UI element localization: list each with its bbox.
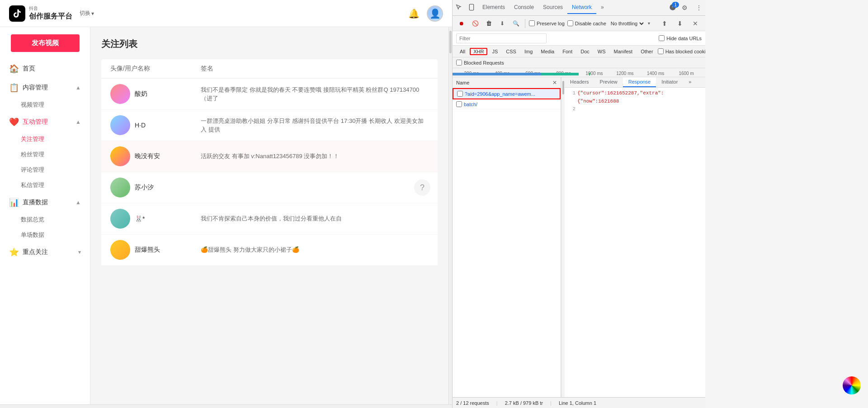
close-col-btn[interactable]: ✕ [552,80,557,86]
user-avatar-2 [110,115,130,135]
filter-tab-all[interactable]: All [456,48,469,55]
tab-console[interactable]: Console [509,1,538,14]
sign-cell-5: 我们不肯探索自己本身的价值，我们过分看重他人在自 [201,214,429,223]
switch-btn[interactable]: 切换 ▾ [80,9,94,17]
notification-bell[interactable]: 🔔 [408,8,420,19]
h-scrollbar[interactable] [0,404,452,408]
request-list-header: Name ✕ [453,77,561,88]
table-row[interactable]: 🐰* 我们不肯探索自己本身的价值，我们过分看重他人在自 [101,203,438,234]
filter-tab-font[interactable]: Font [559,48,576,55]
sidebar-item-follow[interactable]: 关注管理 [0,131,90,147]
json-line-1: 1 {"cursor":1621652287,"extra":{"now":16… [566,89,703,105]
settings-btn[interactable]: ⚙ [678,1,691,14]
user-cell: 晚没有安 [110,146,201,166]
filter-tabs: All XHR JS CSS Img Media Font Doc WS Man… [453,46,705,57]
disable-cache-checkbox[interactable] [567,20,573,26]
table-row[interactable]: 晚没有安 活跃的交友 有事加 v:Nanatt123456789 没事勿加！！ [101,141,438,172]
filter-input[interactable] [456,33,547,43]
detail-tab-response[interactable]: Response [623,77,656,87]
throttle-select[interactable]: No throttling [609,20,645,27]
user-cell: 酸奶 [110,84,201,104]
hide-data-label[interactable]: Hide data URLs [659,35,702,41]
table-row[interactable]: 苏小汐 ? [101,172,438,203]
status-size: 2.7 kB / 979 kB tr [505,400,543,406]
import-button[interactable]: ⬆ [658,17,671,30]
devtools-top-bar: Elements Console Sources Network » 1 ⚙ ⋮ [453,0,705,16]
question-icon[interactable]: ? [414,179,430,196]
tab-elements[interactable]: Elements [478,1,509,14]
blocked-requests-checkbox[interactable] [456,60,462,66]
color-circle [843,376,861,394]
sidebar-item-content[interactable]: 📋 内容管理 ▲ [0,78,90,97]
filter-tab-doc[interactable]: Doc [577,48,593,55]
filter-tab-other[interactable]: Other [637,48,657,55]
request-checkbox-2[interactable] [456,101,462,107]
request-item-2[interactable]: batch/ [453,99,561,109]
filter-tab-css[interactable]: CSS [502,48,520,55]
record-button[interactable]: ⏺ [456,18,467,29]
filter-tab-manifest[interactable]: Manifest [610,48,637,55]
focus-icon: ⭐ [9,247,19,257]
sidebar-item-home[interactable]: 🏠 首页 [0,59,90,78]
table-row[interactable]: 甜爆熊头 🍊甜爆熊头 努力做大家只的小裙子🍊 [101,234,438,266]
filter-button[interactable]: ⬇ [497,18,508,29]
timeline-bar-teal [541,73,579,75]
request-checkbox-1[interactable] [457,91,463,97]
sidebar-item-single-data[interactable]: 单场数据 [0,227,90,243]
sidebar-item-live[interactable]: 📊 直播数据 ▲ [0,193,90,212]
user-name-5: 🐰* [135,215,145,222]
sidebar-item-interact[interactable]: ❤️ 互动管理 ▲ [0,113,90,131]
content-scrollbar[interactable] [448,27,452,404]
user-cell: 甜爆熊头 [110,240,201,260]
filter-tab-media[interactable]: Media [537,48,558,55]
tab-sources[interactable]: Sources [538,1,567,14]
publish-video-button[interactable]: 发布视频 [11,34,80,52]
stop-button[interactable]: 🚫 [470,18,481,29]
user-avatar[interactable]: 👤 [427,5,443,22]
filter-tab-ws[interactable]: WS [594,48,609,55]
clear-icon[interactable]: ✕ [689,17,702,30]
device-icon[interactable] [465,1,478,15]
sidebar-item-focus[interactable]: ⭐ 重点关注 ▾ [0,243,90,262]
page-title: 关注列表 [101,38,438,50]
clear-button[interactable]: 🗑 [483,18,494,29]
blocked-row: Blocked Requests [453,57,705,68]
inspect-icon[interactable] [453,1,465,15]
request-item-1[interactable]: ?aid=2906&app_name=awem... [453,88,561,99]
sidebar-item-comment[interactable]: 评论管理 [0,162,90,178]
status-position: Line 1, Column 1 [559,400,596,406]
preserve-log-checkbox[interactable] [529,20,535,26]
tab-more[interactable]: » [596,1,609,14]
has-blocked-checkbox[interactable] [658,48,664,54]
status-requests: 2 / 12 requests [456,400,489,406]
detail-tab-initiator[interactable]: Initiator [656,77,683,87]
search-button[interactable]: 🔍 [510,18,521,29]
preserve-log-label[interactable]: Preserve log [529,20,565,26]
dots-btn[interactable]: ⋮ [693,1,705,14]
sidebar-item-fans[interactable]: 粉丝管理 [0,147,90,162]
filter-tab-xhr[interactable]: XHR [470,48,487,55]
disable-cache-label[interactable]: Disable cache [567,20,606,26]
tab-network[interactable]: Network [567,1,596,14]
detail-tab-more[interactable]: » [683,77,697,87]
detail-tabs: Headers Preview Response Initiator » [565,77,705,88]
brand-main: 创作服务平台 [29,12,72,21]
content-arrow: ▲ [75,84,81,91]
json-text-1: {"cursor":1621652287,"extra":{"now":1621… [577,89,703,105]
table-row[interactable]: 酸奶 我们不是春季限定 你就是我的春天 不要连赞哦 接陪玩和平精英 粉丝群Q 1… [101,79,438,110]
sidebar-item-video[interactable]: 视频管理 [0,97,90,113]
export-button[interactable]: ⬇ [674,17,686,30]
detail-tab-preview[interactable]: Preview [594,77,623,87]
user-name-2: H·D [135,122,146,129]
sidebar-item-data-overview[interactable]: 数据总览 [0,212,90,227]
col-header-sign: 签名 [201,65,429,73]
hide-data-urls-checkbox[interactable] [659,35,665,41]
line-num-1: 1 [566,89,576,105]
brand-text: 抖音 创作服务平台 [29,5,72,21]
interact-icon: ❤️ [9,117,19,127]
sidebar-item-message[interactable]: 私信管理 [0,178,90,193]
table-row[interactable]: H·D 一群漂亮桌游助教小姐姐 分享日常 感谢抖音提供平台 17:30开播 长期… [101,110,438,141]
detail-tab-headers[interactable]: Headers [565,77,594,87]
filter-tab-img[interactable]: Img [521,48,536,55]
filter-tab-js[interactable]: JS [488,48,501,55]
